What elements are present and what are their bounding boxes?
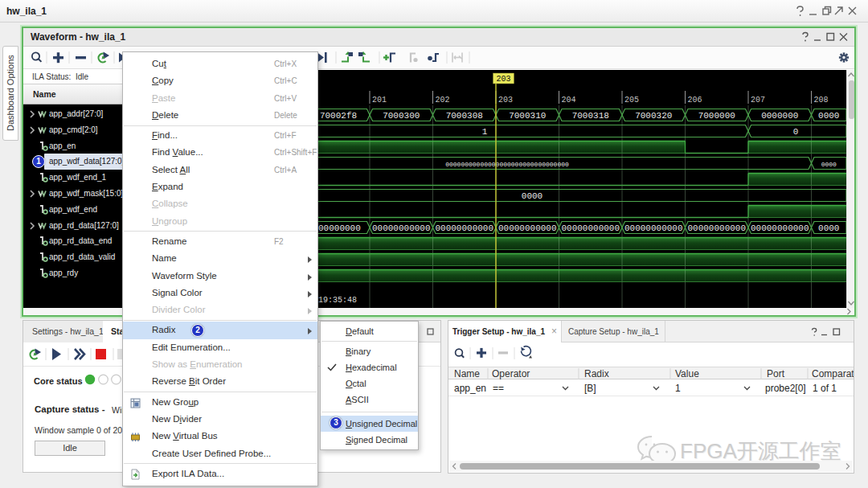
svg-text:7000300: 7000300 <box>383 111 420 121</box>
svg-text:70002f8: 70002f8 <box>320 111 357 121</box>
svg-text:0000000: 0000000 <box>761 111 798 121</box>
svg-text:19:35:48: 19:35:48 <box>318 296 357 305</box>
svg-text:000000000000000000000000000000: 00000000000000000000000000000000 <box>445 161 569 168</box>
svg-text:0000: 0000 <box>821 161 837 168</box>
svg-text:203: 203 <box>498 96 513 105</box>
svg-text:7000308: 7000308 <box>446 111 483 121</box>
svg-text:205: 205 <box>624 96 639 105</box>
svg-text:00000000: 00000000 <box>318 223 361 233</box>
svg-text:00000000000: 00000000000 <box>624 223 683 233</box>
svg-text:0000: 0000 <box>522 191 542 201</box>
svg-text:206: 206 <box>688 96 702 105</box>
svg-text:202: 202 <box>436 96 450 105</box>
svg-text:00000000000: 00000000000 <box>687 223 746 233</box>
svg-text:00000000000: 00000000000 <box>561 223 620 233</box>
svg-text:207: 207 <box>751 96 765 105</box>
svg-text:00000000000: 00000000000 <box>751 223 809 233</box>
svg-text:203: 203 <box>496 75 510 84</box>
svg-text:0: 0 <box>793 127 799 137</box>
svg-text:201: 201 <box>372 96 387 105</box>
svg-text:0000: 0000 <box>818 111 839 121</box>
svg-text:7000320: 7000320 <box>635 111 672 121</box>
svg-text:1: 1 <box>482 127 488 137</box>
svg-text:00000000000: 00000000000 <box>372 223 431 233</box>
svg-text:7000318: 7000318 <box>572 111 609 121</box>
svg-text:0000: 0000 <box>818 223 839 233</box>
svg-text:00000000000: 00000000000 <box>435 223 493 233</box>
svg-text:208: 208 <box>814 96 829 105</box>
svg-text:7000000: 7000000 <box>698 111 735 121</box>
svg-text:7000310: 7000310 <box>509 111 546 121</box>
svg-text:204: 204 <box>562 96 576 105</box>
svg-text:00000000000: 00000000000 <box>498 223 557 233</box>
